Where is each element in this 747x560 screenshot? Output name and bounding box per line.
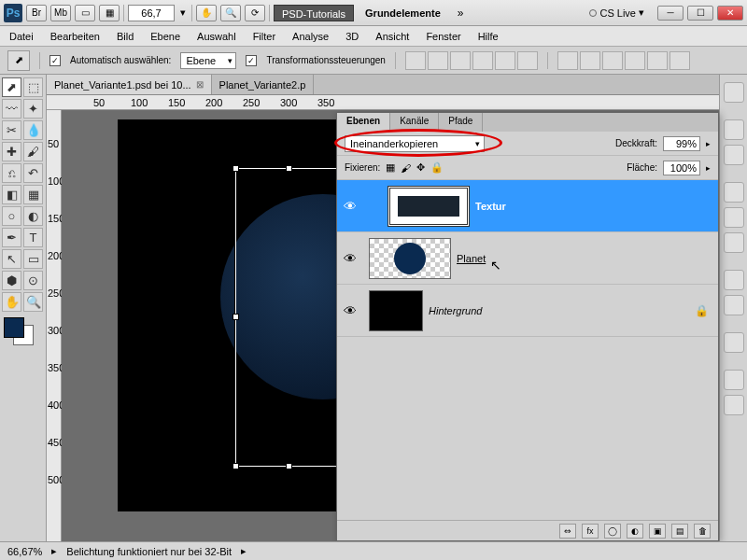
dock-icon[interactable]	[724, 270, 744, 290]
group-icon[interactable]: ▣	[649, 524, 666, 539]
lock-all-icon[interactable]: 🔒	[430, 161, 444, 174]
shape-tool[interactable]: ▭	[23, 249, 43, 269]
workspace-preset[interactable]: PSD-Tutorials	[274, 5, 354, 21]
dock-icon[interactable]	[724, 145, 744, 165]
rotate-view-button[interactable]: ⟳	[245, 5, 265, 21]
workspace-more[interactable]: »	[452, 7, 470, 20]
dock-icon[interactable]	[724, 395, 744, 415]
hand-tool[interactable]: ✋	[2, 292, 21, 312]
layer-row[interactable]: 👁 Planet	[337, 232, 718, 285]
layer-name[interactable]: Planet	[457, 253, 486, 264]
hand-tool-button[interactable]: ✋	[196, 5, 217, 21]
auto-select-checkbox[interactable]: ✓	[49, 55, 61, 66]
dock-icon[interactable]	[724, 332, 744, 353]
menu-view[interactable]: Ansicht	[375, 31, 409, 42]
lock-pixels-icon[interactable]: 🖌	[401, 162, 411, 174]
menu-image[interactable]: Bild	[117, 31, 134, 42]
type-tool[interactable]: T	[23, 228, 43, 247]
adjustment-icon[interactable]: ◐	[627, 524, 643, 539]
dist-btn[interactable]	[602, 51, 623, 70]
heal-tool[interactable]: ✚	[2, 142, 21, 161]
minimize-button[interactable]: ─	[657, 6, 684, 21]
layer-thumb[interactable]	[388, 186, 470, 227]
blend-mode-select[interactable]: Ineinanderkopieren	[345, 135, 485, 152]
stamp-tool[interactable]: ⎌	[2, 163, 21, 183]
dock-icon[interactable]	[724, 82, 744, 103]
move-tool-indicator[interactable]: ⬈	[7, 50, 30, 71]
menu-select[interactable]: Auswahl	[197, 31, 236, 42]
align-btn[interactable]	[472, 51, 493, 70]
transform-checkbox[interactable]: ✓	[246, 55, 257, 66]
close-button[interactable]: ✕	[717, 6, 743, 21]
minibridge-button[interactable]: Mb	[50, 5, 71, 21]
dock-icon[interactable]	[724, 207, 744, 228]
new-layer-icon[interactable]: ▤	[671, 524, 688, 539]
tab-channels[interactable]: Kanäle	[390, 113, 439, 132]
gradient-tool[interactable]: ▦	[23, 185, 43, 204]
align-btn[interactable]	[405, 51, 426, 70]
fx-icon[interactable]: fx	[582, 524, 599, 539]
layer-thumb[interactable]	[369, 238, 451, 279]
arrange-button[interactable]: ▦	[99, 5, 120, 21]
dist-btn[interactable]	[625, 51, 645, 70]
maximize-button[interactable]: ☐	[687, 6, 713, 21]
path-tool[interactable]: ↖	[2, 249, 21, 269]
dock-icon[interactable]	[724, 370, 744, 390]
brush-tool[interactable]: 🖌	[23, 142, 43, 161]
history-brush-tool[interactable]: ↶	[23, 163, 43, 183]
visibility-icon[interactable]: 👁	[337, 303, 363, 318]
zoom-tool-button[interactable]: 🔍	[220, 5, 241, 21]
menu-window[interactable]: Fenster	[426, 31, 460, 42]
bridge-button[interactable]: Br	[26, 5, 47, 21]
opacity-slider-icon[interactable]: ▸	[706, 139, 711, 148]
eyedropper-tool[interactable]: 💧	[23, 120, 43, 140]
3d-camera-tool[interactable]: ⊙	[23, 271, 43, 290]
fg-color[interactable]	[4, 317, 24, 338]
status-zoom[interactable]: 66,67%	[7, 546, 42, 557]
close-tab-icon[interactable]: ⊠	[196, 79, 204, 90]
menu-3d[interactable]: 3D	[345, 31, 359, 42]
layer-name[interactable]: Hintergrund	[429, 305, 482, 316]
pen-tool[interactable]: ✒	[2, 228, 21, 247]
fill-slider-icon[interactable]: ▸	[706, 163, 711, 173]
align-btn[interactable]	[517, 51, 538, 70]
zoom-field[interactable]: 66,7	[128, 5, 175, 21]
dist-btn[interactable]	[557, 51, 578, 70]
color-swatches[interactable]	[2, 317, 43, 345]
layer-row[interactable]: 👁 Textur	[337, 180, 718, 232]
align-btn[interactable]	[428, 51, 448, 70]
align-btn[interactable]	[495, 51, 515, 70]
dist-btn[interactable]	[580, 51, 600, 70]
dock-icon[interactable]	[724, 119, 744, 140]
marquee-tool[interactable]: ⬚	[23, 77, 43, 97]
3d-tool[interactable]: ⬢	[2, 271, 21, 290]
move-tool[interactable]: ⬈	[2, 77, 21, 97]
dist-btn[interactable]	[669, 51, 690, 70]
menu-layer[interactable]: Ebene	[150, 31, 180, 42]
opacity-field[interactable]: 99%	[663, 136, 700, 151]
doc-tab-2[interactable]: Planet_Variante2.p	[212, 75, 315, 94]
tab-paths[interactable]: Pfade	[439, 113, 483, 132]
delete-layer-icon[interactable]: 🗑	[694, 524, 711, 539]
crop-tool[interactable]: ✂	[2, 120, 21, 140]
lock-position-icon[interactable]: ✥	[416, 161, 425, 174]
dock-icon[interactable]	[724, 182, 744, 203]
lock-transparency-icon[interactable]: ▦	[386, 161, 395, 174]
zoom-dropdown[interactable]: ▾	[178, 7, 188, 19]
tab-layers[interactable]: Ebenen	[337, 113, 390, 132]
layer-thumb[interactable]	[369, 290, 423, 331]
fill-field[interactable]: 100%	[663, 161, 700, 175]
dodge-tool[interactable]: ◐	[23, 206, 43, 226]
doc-tab-1[interactable]: Planet_Variante1.psd bei 10...⊠	[47, 75, 212, 94]
menu-edit[interactable]: Bearbeiten	[50, 31, 100, 42]
eraser-tool[interactable]: ◧	[2, 185, 21, 204]
visibility-icon[interactable]: 👁	[337, 251, 363, 266]
blur-tool[interactable]: ○	[2, 206, 21, 226]
layer-row[interactable]: 👁 Hintergrund 🔒	[337, 285, 718, 337]
menu-help[interactable]: Hilfe	[478, 31, 499, 42]
wand-tool[interactable]: ✦	[23, 99, 43, 119]
mask-icon[interactable]: ◯	[604, 524, 621, 539]
workspace-label[interactable]: Grundelemente	[358, 7, 448, 19]
screen-mode-button[interactable]: ▭	[75, 5, 95, 21]
auto-select-target[interactable]: Ebene	[180, 52, 236, 69]
